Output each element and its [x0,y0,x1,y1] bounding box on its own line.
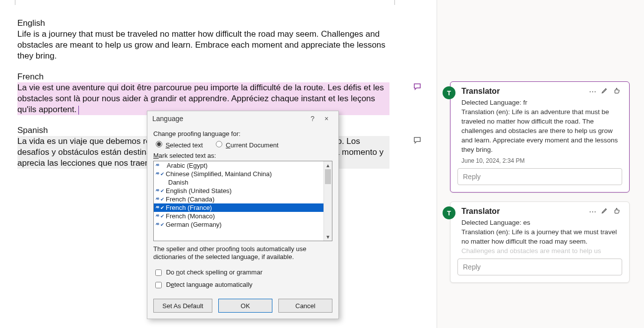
avatar: T [443,86,455,99]
abc-icon: ᴬᴮ [156,189,159,194]
abc-icon: ᴬᴮ [156,163,159,168]
check-icon: ✔ [160,188,164,194]
reply-input[interactable] [457,168,622,185]
scroll-thumb[interactable] [325,169,331,184]
language-label: French (Canada) [166,196,214,203]
more-icon[interactable]: ⋯ [586,87,598,96]
check-icon: ✔ [160,171,164,177]
radio-current-document[interactable]: Current Document [213,141,278,149]
comment-anchor-icon[interactable] [413,136,422,145]
abc-icon: ᴬᴮ [156,222,159,227]
edit-icon[interactable] [598,207,610,216]
checkbox-no-check[interactable]: Do not check spelling or grammar [153,268,262,276]
comment-anchor-icon[interactable] [413,82,422,91]
language-dialog: Language ? × Change proofing language fo… [147,111,339,319]
language-option[interactable]: ᴬᴮArabic (Egypt) [154,161,324,170]
body-english: Life is a journey that must be traveled … [17,29,389,62]
language-label: Arabic (Egypt) [167,162,207,169]
check-icon: ✔ [160,213,164,219]
ruler-mark-right [394,0,395,5]
change-proofing-label: Change proofing language for: [153,130,332,137]
language-option[interactable]: Danish [154,178,324,187]
dialog-help-button[interactable]: ? [306,115,320,123]
comment-card[interactable]: T Translator ⋯ Delected Language: es Tra… [450,201,630,283]
edit-icon[interactable] [598,87,610,96]
comment-timestamp: June 10, 2024, 2:34 PM [451,157,629,168]
language-option[interactable]: ᴬᴮ✔French (Monaco) [154,212,324,220]
ruler-mark-left [15,0,15,5]
language-label: Chinese (Simplified, Mainland China) [166,170,272,178]
dialog-title: Language [152,115,306,123]
language-option[interactable]: ᴬᴮ✔French (Canada) [154,195,324,203]
check-icon: ✔ [160,197,164,202]
abc-icon: ᴬᴮ [156,205,159,210]
ok-button[interactable]: OK [218,299,272,313]
comment-line: Translation (en): Life is an adventure t… [461,107,618,154]
comments-panel: T Translator ⋯ Delected Language: fr Tra… [437,0,644,328]
dialog-help-text: The speller and other proofing tools aut… [153,245,332,261]
language-option[interactable]: ᴬᴮ✔French (France) [154,203,324,212]
listbox-scrollbar[interactable]: ▲ ▼ [323,161,332,241]
language-listbox[interactable]: ᴬᴮArabic (Egypt)ᴬᴮ✔Chinese (Simplified, … [153,161,332,241]
text-cursor [78,106,79,115]
language-option[interactable]: ᴬᴮ✔Chinese (Simplified, Mainland China) [154,170,324,178]
abc-icon: ᴬᴮ [156,214,159,219]
language-label: French (France) [166,204,212,211]
abc-icon: ᴬᴮ [156,172,159,177]
comment-line: Delected Language: es [461,218,618,227]
more-icon[interactable]: ⋯ [586,207,598,216]
checkbox-detect-language[interactable]: Detect language automatically [153,281,253,288]
language-label: English (United States) [166,187,232,195]
check-icon: ✔ [160,222,164,227]
body-french: La vie est une aventure qui doit être pa… [17,83,384,114]
language-label: German (Germany) [166,221,222,228]
language-label: French (Monaco) [166,212,215,220]
comment-line: Delected Language: fr [461,98,618,107]
abc-icon: ᴬᴮ [156,197,159,202]
comment-line: Translation (en): Life is a journey that… [461,227,618,256]
check-icon: ✔ [160,205,164,210]
scroll-down-icon[interactable]: ▼ [324,233,332,241]
language-option[interactable]: ᴬᴮ✔English (United States) [154,187,324,195]
thumbs-up-icon[interactable] [610,207,622,216]
language-option[interactable]: ᴬᴮ✔German (Germany) [154,220,324,229]
comment-author: Translator [461,87,586,96]
heading-french: French [17,71,389,82]
radio-selected-text[interactable]: Selected text [153,141,203,149]
comment-author: Translator [461,207,586,216]
comment-card[interactable]: T Translator ⋯ Delected Language: fr Tra… [450,81,630,193]
thumbs-up-icon[interactable] [610,87,622,96]
cancel-button[interactable]: Cancel [278,299,332,313]
avatar: T [443,206,455,219]
dialog-close-button[interactable]: × [320,115,333,123]
scroll-up-icon[interactable]: ▲ [324,161,332,169]
set-as-default-button[interactable]: Set As Default [153,299,212,313]
heading-english: English [17,18,389,29]
language-label: Danish [168,179,188,186]
reply-input[interactable] [457,259,622,275]
